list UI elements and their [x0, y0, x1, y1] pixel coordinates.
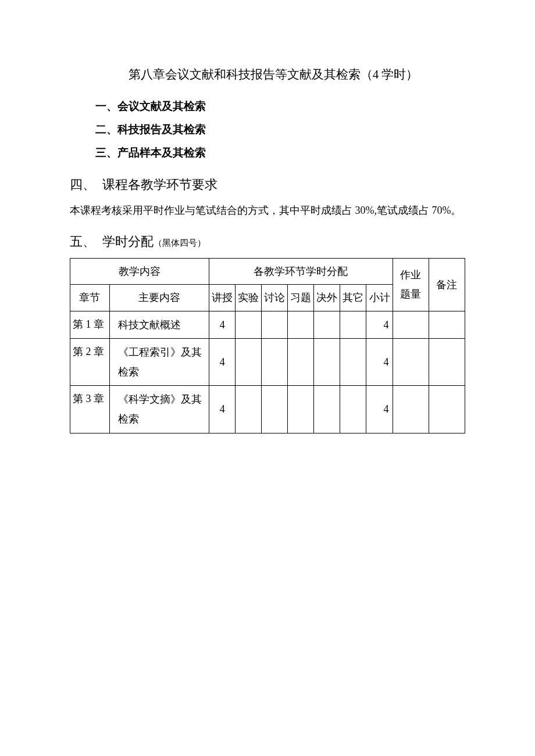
header-homework: 作业题量	[393, 258, 429, 311]
cell-juewai	[314, 386, 340, 433]
cell-discussion	[262, 338, 288, 385]
hours-allocation-table: 教学内容 各教学环节学时分配 作业题量 备注 章节 主要内容 讲授 实验 讨论 …	[70, 258, 465, 433]
sub-discussion: 讨论	[262, 285, 288, 311]
section-4-heading: 四、课程各教学环节要求	[70, 173, 465, 196]
cell-exercise	[288, 338, 314, 385]
cell-other	[340, 386, 366, 433]
cell-lecture: 4	[209, 386, 236, 433]
cell-experiment	[236, 386, 262, 433]
cell-experiment	[236, 311, 262, 338]
cell-remark	[429, 311, 465, 338]
cell-other	[340, 338, 366, 385]
sub-subtotal: 小计	[366, 285, 393, 311]
cell-juewai	[314, 338, 340, 385]
table-row: 第 2 章 《工程索引》及其检索 4 4	[70, 338, 465, 385]
table-row: 第 3 章 《科学文摘》及其检索 4 4	[70, 386, 465, 433]
cell-subtotal: 4	[366, 338, 393, 385]
header-remark: 备注	[429, 258, 465, 311]
cell-subtotal: 4	[366, 386, 393, 433]
cell-other	[340, 311, 366, 338]
cell-juewai	[314, 311, 340, 338]
cell-main: 科技文献概述	[109, 311, 209, 338]
cell-chapter: 第 2 章	[70, 338, 110, 385]
section-5-title: 学时分配	[102, 234, 154, 249]
sub-exercise: 习题	[288, 285, 314, 311]
header-teaching-content: 教学内容	[70, 258, 209, 284]
section-4-num: 四、	[70, 173, 102, 196]
cell-experiment	[236, 338, 262, 385]
cell-homework	[393, 338, 429, 385]
cell-exercise	[288, 386, 314, 433]
sub-chapter: 章节	[70, 285, 110, 311]
assessment-text: 本课程考核采用平时作业与笔试结合的方式，其中平时成绩占 30%,笔试成绩占 70…	[70, 201, 465, 220]
cell-chapter: 第 1 章	[70, 311, 110, 338]
cell-remark	[429, 338, 465, 385]
sub-experiment: 实验	[236, 285, 262, 311]
cell-lecture: 4	[209, 338, 236, 385]
chapter-title: 第八章会议文献和科技报告等文献及其检索（4 学时）	[70, 64, 465, 86]
section-5-heading: 五、学时分配（黑体四号）	[70, 230, 465, 253]
sub-lecture: 讲授	[209, 285, 236, 311]
section-4-title: 课程各教学环节要求	[102, 177, 217, 192]
cell-remark	[429, 386, 465, 433]
section-5-note: （黑体四号）	[154, 238, 206, 248]
sub-other: 其它	[340, 285, 366, 311]
cell-subtotal: 4	[366, 311, 393, 338]
cell-main: 《科学文摘》及其检索	[109, 386, 209, 433]
section-5-num: 五、	[70, 230, 102, 253]
table-header-row-1: 教学内容 各教学环节学时分配 作业题量 备注	[70, 258, 465, 284]
sub-juewai: 决外	[314, 285, 340, 311]
cell-main: 《工程索引》及其检索	[109, 338, 209, 385]
cell-lecture: 4	[209, 311, 236, 338]
table-row: 第 1 章 科技文献概述 4 4	[70, 311, 465, 338]
sub-item-2: 二、科技报告及其检索	[70, 120, 465, 139]
sub-item-1: 一、会议文献及其检索	[70, 96, 465, 116]
cell-chapter: 第 3 章	[70, 386, 110, 433]
cell-discussion	[262, 311, 288, 338]
header-allocation: 各教学环节学时分配	[209, 258, 393, 284]
cell-discussion	[262, 386, 288, 433]
cell-homework	[393, 386, 429, 433]
sub-main: 主要内容	[109, 285, 209, 311]
cell-exercise	[288, 311, 314, 338]
cell-homework	[393, 311, 429, 338]
sub-item-3: 三、产品样本及其检索	[70, 143, 465, 163]
